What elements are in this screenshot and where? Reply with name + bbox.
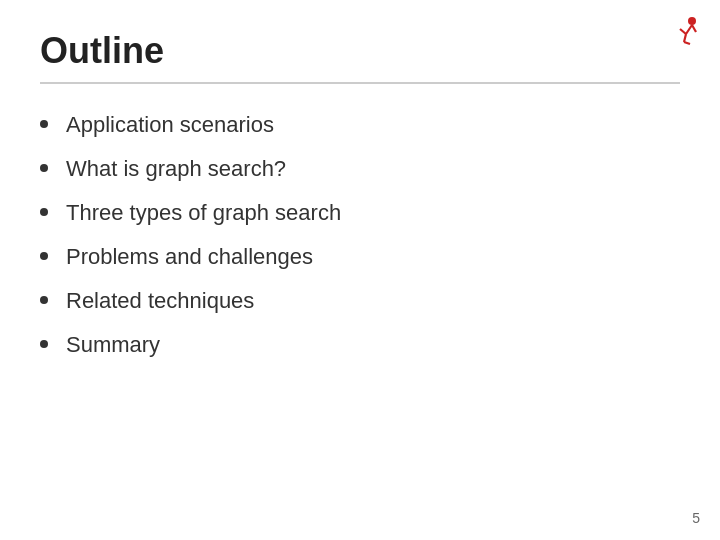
svg-line-4 <box>684 42 690 44</box>
bullet-text: Application scenarios <box>66 112 274 138</box>
bullet-text: Summary <box>66 332 160 358</box>
svg-line-3 <box>684 34 686 42</box>
list-item: What is graph search? <box>40 156 680 182</box>
bullet-dot <box>40 340 48 348</box>
bullet-text: Related techniques <box>66 288 254 314</box>
slide-number: 5 <box>692 510 700 526</box>
svg-point-0 <box>688 17 696 25</box>
bullet-dot <box>40 296 48 304</box>
slide: Outline Application scenariosWhat is gra… <box>0 0 720 540</box>
slide-title: Outline <box>40 30 680 72</box>
logo-icon <box>664 16 700 46</box>
bullet-dot <box>40 164 48 172</box>
bullet-text: What is graph search? <box>66 156 286 182</box>
svg-line-2 <box>680 29 686 34</box>
list-item: Summary <box>40 332 680 358</box>
bullet-dot <box>40 252 48 260</box>
bullet-dot <box>40 208 48 216</box>
svg-line-5 <box>692 25 696 32</box>
list-item: Problems and challenges <box>40 244 680 270</box>
outline-list: Application scenariosWhat is graph searc… <box>40 112 680 358</box>
bullet-dot <box>40 120 48 128</box>
svg-line-1 <box>686 25 692 34</box>
list-item: Related techniques <box>40 288 680 314</box>
list-item: Three types of graph search <box>40 200 680 226</box>
list-item: Application scenarios <box>40 112 680 138</box>
bullet-text: Three types of graph search <box>66 200 341 226</box>
bullet-text: Problems and challenges <box>66 244 313 270</box>
title-divider <box>40 82 680 84</box>
